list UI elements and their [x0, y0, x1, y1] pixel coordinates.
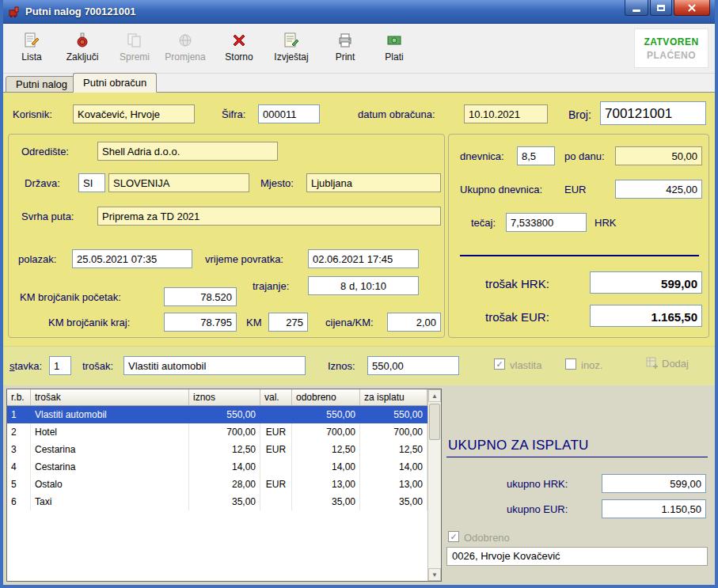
datum-obracuna-input[interactable]: [464, 104, 548, 123]
tab-putni-nalog-label: Putni nalog: [16, 78, 67, 90]
povratak-label: vrijeme povratka:: [205, 253, 283, 265]
cell-odobreno: 13,00: [292, 476, 360, 493]
check-icon: ✓: [496, 359, 503, 369]
po-danu-input[interactable]: [615, 146, 702, 165]
cijena-km-input[interactable]: [387, 313, 441, 332]
scroll-up-button[interactable]: ▲: [428, 389, 441, 402]
mjesto-input[interactable]: [306, 173, 441, 192]
km-pocetak-input[interactable]: [164, 287, 237, 306]
money-icon: [386, 32, 403, 49]
col-iznos[interactable]: iznos: [189, 389, 260, 405]
odrediste-input[interactable]: [97, 142, 278, 161]
trajanje-label: trajanje:: [253, 280, 289, 292]
check-icon: ✓: [450, 532, 457, 541]
ukupno-eur-input[interactable]: [602, 499, 706, 518]
cell-rb: 4: [7, 458, 31, 476]
stavka-label: stavka:: [9, 360, 42, 372]
cell-rb: 1: [7, 406, 31, 423]
cell-trosak: Taxi: [31, 493, 189, 510]
cell-za-isplatu: 700,00: [360, 423, 427, 441]
dnevnica-input[interactable]: [517, 146, 555, 165]
stavka-row: stavka: trošak: Iznos: ✓ vlastita inoz. …: [3, 346, 715, 385]
plati-button[interactable]: Plati: [370, 28, 418, 70]
svrha-input[interactable]: [97, 207, 441, 226]
izvjestaj-button[interactable]: Izvještaj: [268, 28, 315, 70]
stavka-trosak-input[interactable]: [123, 356, 306, 375]
cell-val: [260, 493, 292, 510]
table-row[interactable]: 3 Cestarina 12,50 EUR 12,50 12,50: [7, 441, 441, 458]
title-underline: [446, 457, 708, 457]
tab-putni-obracun[interactable]: Putni obračun: [73, 73, 157, 93]
app-window: Putni nalog 700121001 Lista Zaključi: [0, 0, 718, 588]
inoz-checkbox: [565, 358, 576, 370]
polazak-input[interactable]: [72, 249, 192, 268]
close-button[interactable]: [674, 0, 710, 16]
storno-label: Storno: [225, 51, 253, 63]
obracun-panel: Korisnik: Šifra: datum obračuna: Broj: O…: [3, 93, 715, 346]
printer-icon: [336, 32, 354, 49]
col-val[interactable]: val.: [260, 389, 292, 405]
promjena-label: Promjena: [165, 51, 205, 63]
broj-input[interactable]: [600, 101, 706, 125]
stavka-input[interactable]: [49, 356, 71, 375]
dodaj-button: Dodaj: [646, 357, 689, 370]
cell-rb: 5: [7, 476, 31, 493]
scroll-down-button[interactable]: ▼: [428, 568, 441, 581]
table-row[interactable]: 2 Hotel 700,00 EUR 700,00 700,00: [7, 423, 441, 441]
svrha-label: Svrha puta:: [21, 211, 74, 222]
drzava-code-input[interactable]: [78, 173, 105, 192]
km-pocetak-label: KM brojčanik početak:: [20, 291, 121, 303]
drzava-name-input[interactable]: [108, 173, 249, 192]
trajanje-input[interactable]: [308, 276, 419, 295]
povratak-input[interactable]: [308, 249, 419, 268]
scroll-down-icon: ▼: [431, 571, 438, 579]
cell-val: [260, 406, 292, 423]
iznos-input[interactable]: [367, 356, 459, 375]
print-label: Print: [336, 51, 355, 63]
trosak-hrk-input[interactable]: [590, 271, 702, 294]
inoz-label: inoz.: [581, 359, 602, 371]
maximize-button[interactable]: [650, 0, 672, 16]
save-copy-icon: [126, 32, 143, 49]
col-za-isplatu[interactable]: za isplatu: [360, 389, 427, 405]
tab-bar: Putni nalog Putni obračun: [3, 74, 715, 93]
cell-val: EUR: [260, 476, 292, 493]
trosak-hrk-label: trošak HRK:: [485, 277, 549, 290]
korisnik-input[interactable]: [73, 104, 195, 123]
trosak-eur-input[interactable]: [590, 305, 702, 327]
table-row[interactable]: 6 Taxi 35,00 35,00 35,00: [7, 493, 441, 510]
col-rb[interactable]: r.b.: [7, 389, 31, 405]
tecaj-input[interactable]: [506, 213, 587, 232]
minimize-button[interactable]: [625, 0, 648, 16]
scrollbar-thumb[interactable]: [429, 404, 440, 440]
app-icon: [8, 6, 21, 18]
ukupno-hrk-input[interactable]: [602, 474, 706, 493]
tab-putni-nalog[interactable]: Putni nalog: [6, 76, 78, 93]
sifra-input[interactable]: [258, 104, 320, 123]
broj-label: Broj:: [568, 108, 591, 121]
table-row[interactable]: 4 Cestarina 14,00 14,00 14,00: [7, 458, 441, 476]
ukupno-dnevnica-label: Ukupno dnevnica:: [460, 184, 542, 195]
iznos-label: Iznos:: [328, 360, 355, 372]
cell-iznos: 700,00: [189, 423, 260, 441]
dnevnica-label: dnevnica:: [460, 150, 504, 162]
title-bar: Putni nalog 700121001: [3, 0, 715, 24]
col-odobreno[interactable]: odobreno: [292, 389, 360, 405]
odrediste-label: Odredište:: [21, 146, 69, 157]
ukupno-dnevnica-input[interactable]: [615, 180, 702, 199]
storno-button[interactable]: Storno: [215, 28, 263, 70]
table-row[interactable]: 5 Ostalo 28,00 EUR 13,00 13,00: [7, 476, 441, 493]
km-kraj-input[interactable]: [164, 313, 237, 332]
stavka-trosak-label: trošak:: [82, 360, 113, 372]
table-scrollbar[interactable]: ▲ ▼: [427, 389, 441, 581]
km-input[interactable]: [268, 313, 308, 332]
print-button[interactable]: Print: [321, 28, 369, 70]
lista-button[interactable]: Lista: [8, 28, 55, 70]
cancel-x-icon: [230, 32, 248, 49]
izvjestaj-label: Izvještaj: [274, 51, 308, 63]
table-row[interactable]: 1 Vlastiti automobil 550,00 550,00 550,0…: [7, 406, 441, 423]
col-trosak[interactable]: trošak: [31, 389, 189, 405]
cell-odobreno: 550,00: [292, 406, 360, 423]
zakljuci-button[interactable]: Zaključi: [59, 28, 106, 70]
cell-trosak: Hotel: [31, 423, 189, 441]
